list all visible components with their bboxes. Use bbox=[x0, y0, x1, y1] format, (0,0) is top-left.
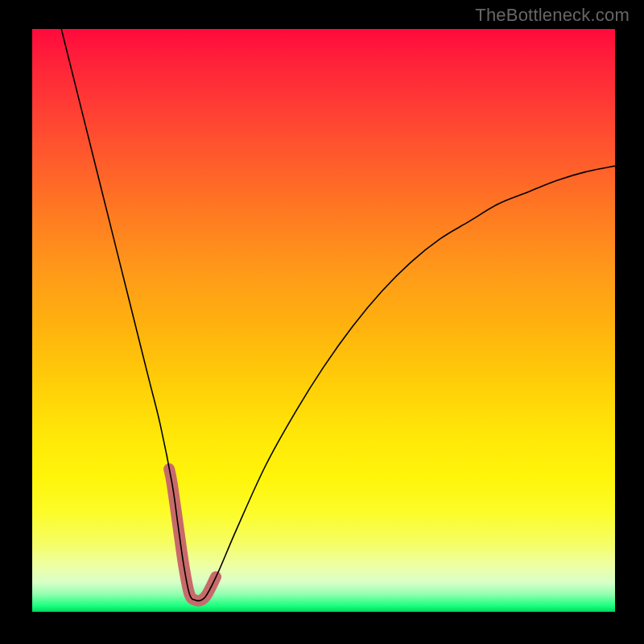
curve-main-line bbox=[61, 29, 615, 601]
chart-svg bbox=[32, 29, 615, 612]
curve-highlight-segment bbox=[169, 469, 216, 601]
watermark-text: TheBottleneck.com bbox=[475, 5, 630, 26]
chart-frame: TheBottleneck.com bbox=[0, 0, 644, 644]
